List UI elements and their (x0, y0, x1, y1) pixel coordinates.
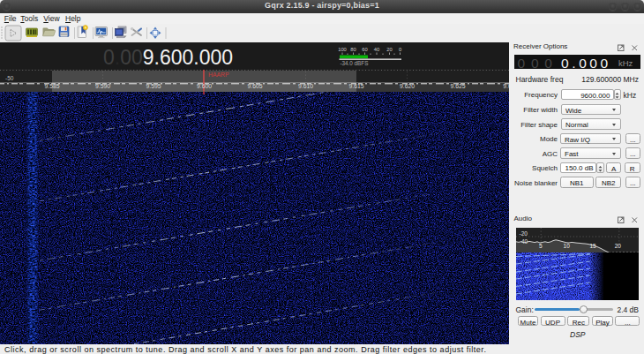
svg-text:20: 20 (386, 47, 392, 52)
svg-text:40: 40 (374, 47, 379, 52)
svg-text:9.625: 9.625 (450, 83, 465, 89)
svg-text:-20: -20 (520, 230, 528, 237)
svg-text:15: 15 (589, 243, 596, 249)
svg-text:9.6: 9.6 (503, 83, 509, 89)
svg-text:9.600: 9.600 (197, 83, 212, 89)
svg-text:20: 20 (615, 243, 622, 249)
svg-text:-50: -50 (5, 75, 14, 81)
svg-text:9.590: 9.590 (95, 83, 110, 89)
svg-text:9.610: 9.610 (298, 83, 313, 89)
svg-text:60: 60 (362, 47, 367, 52)
svg-text:9.595: 9.595 (146, 83, 161, 89)
svg-text:9.605: 9.605 (247, 83, 262, 89)
svg-text:80: 80 (350, 47, 356, 52)
svg-text:HAARP: HAARP (208, 72, 229, 78)
svg-text:10: 10 (564, 243, 571, 249)
svg-text:9.615: 9.615 (348, 83, 363, 89)
svg-text:9.620: 9.620 (400, 83, 415, 89)
svg-text:100: 100 (338, 47, 347, 52)
svg-text:0: 0 (399, 47, 401, 52)
svg-text:40: 40 (521, 237, 528, 244)
svg-text:5: 5 (539, 243, 543, 249)
svg-text:-34.0 dBFS: -34.0 dBFS (341, 60, 369, 66)
svg-text:9.585: 9.585 (44, 83, 59, 89)
